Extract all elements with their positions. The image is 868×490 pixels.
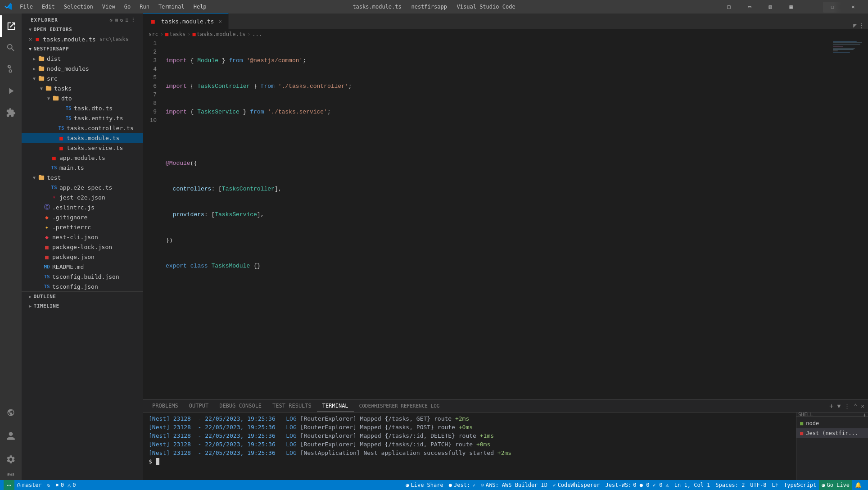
open-editor-item[interactable]: ✕ ■ tasks.module.ts src\tasks	[22, 34, 143, 44]
more-tab-actions-icon[interactable]: ⋮	[859, 22, 864, 29]
refresh-icon[interactable]: ↻	[120, 17, 124, 23]
activity-remote[interactable]	[0, 402, 22, 423]
tree-item-package[interactable]: ▶ ■ package.json	[22, 252, 143, 262]
activity-explorer[interactable]	[0, 15, 22, 37]
terminal-content[interactable]: [Nest] 23128 - 22/05/2023, 19:25:36 LOG …	[143, 413, 796, 467]
code-lines[interactable]: import { Module } from '@nestjs/common';…	[166, 39, 832, 399]
tree-item-nest-cli[interactable]: ▶ ◆ nest-cli.json	[22, 232, 143, 242]
status-jest[interactable]: ● Jest: ✓	[446, 480, 478, 490]
tree-item-node-modules[interactable]: ▶ node_modules	[22, 64, 143, 73]
term-side-item-node[interactable]: ■ node	[796, 418, 868, 428]
status-codewhisperer[interactable]: ✓ CodeWhisperer	[550, 480, 603, 490]
breadcrumb-file[interactable]: ■tasks.module.ts	[193, 31, 246, 37]
tab-tasks-module[interactable]: ■ tasks.module.ts ✕	[143, 13, 229, 29]
open-editors-section[interactable]: ▼ OPEN EDITORS	[22, 25, 143, 34]
window-title: tasks.module.ts - nestfirsapp - Visual S…	[353, 4, 515, 10]
layout-icon[interactable]: □	[719, 0, 739, 14]
ts-icon-task-dto: TS	[65, 104, 72, 112]
status-git-branch[interactable]: ⎙ master	[14, 480, 44, 490]
tree-item-tsconfig[interactable]: ▶ TS tsconfig.json	[22, 281, 143, 291]
tree-item-package-lock[interactable]: ▶ ■ package-lock.json	[22, 242, 143, 252]
tree-item-main[interactable]: ▶ TS main.ts	[22, 163, 143, 172]
add-terminal-icon[interactable]: +	[829, 402, 834, 410]
menu-view[interactable]: View	[99, 3, 119, 11]
status-errors[interactable]: ✖ 0 △ 0	[53, 480, 78, 490]
status-position[interactable]: Ln 1, Col 1	[672, 480, 713, 490]
tree-item-dto[interactable]: ▼ dto	[22, 93, 143, 103]
menu-selection[interactable]: Selection	[60, 3, 97, 11]
tree-item-tasks[interactable]: ▼ tasks	[22, 83, 143, 93]
tab-output[interactable]: OUTPUT	[184, 400, 214, 412]
tab-debug-console[interactable]: DEBUG CONSOLE	[214, 400, 267, 412]
tree-item-tasks-service[interactable]: ▶ ■ tasks.service.ts	[22, 143, 143, 153]
menu-edit[interactable]: Edit	[38, 3, 59, 11]
status-remote[interactable]: ⋯	[4, 480, 14, 490]
breadcrumb-src[interactable]: src	[149, 31, 158, 37]
status-spaces[interactable]: Spaces: 2	[713, 480, 747, 490]
tree-item-tasks-controller[interactable]: ▶ TS tasks.controller.ts	[22, 123, 143, 133]
tab-codewhisperer[interactable]: CODEWHISPERER REFERENCE LOG	[354, 400, 445, 412]
status-bell[interactable]: 🔔	[852, 480, 864, 490]
breadcrumb-ellipsis[interactable]: ...	[252, 31, 262, 37]
menu-file[interactable]: File	[16, 3, 36, 11]
collapse-icon[interactable]: ≡	[125, 17, 129, 23]
close-button[interactable]: ✕	[843, 0, 863, 14]
tree-item-task-dto[interactable]: ▶ TS task.dto.ts	[22, 103, 143, 113]
status-jest-ws[interactable]: Jest-WS: 0 ● 0 ✓ 0 ⚠	[603, 480, 672, 490]
status-language[interactable]: TypeScript	[781, 480, 819, 490]
status-aws[interactable]: ☺ AWS: AWS Builder ID	[478, 480, 550, 490]
terminal-close-icon[interactable]: ✕	[861, 403, 864, 409]
tree-item-tsconfig-build[interactable]: ▶ TS tsconfig.build.json	[22, 272, 143, 281]
status-sync[interactable]: ↻	[45, 480, 53, 490]
menu-run[interactable]: Run	[136, 3, 153, 11]
status-go-live[interactable]: ◕ Go Live	[819, 480, 852, 490]
activity-accounts[interactable]	[0, 425, 22, 447]
activity-source-control[interactable]	[0, 59, 22, 80]
breadcrumb-tasks[interactable]: ■tasks	[165, 31, 185, 37]
tree-item-src[interactable]: ▼ src	[22, 73, 143, 83]
tree-item-eslint[interactable]: ▶ Ⓒ .eslintrc.js	[22, 202, 143, 212]
terminal-maximize-icon[interactable]: ⌃	[854, 403, 857, 409]
panel-icon[interactable]: ▭	[739, 0, 760, 14]
tree-item-tasks-module[interactable]: ▶ ■ tasks.module.ts	[22, 133, 143, 143]
term-side-item-jest[interactable]: ■ Jest (nestfir...	[796, 428, 868, 438]
status-live-share[interactable]: ◕ Live Share	[403, 480, 446, 490]
tab-problems[interactable]: PROBLEMS	[147, 400, 184, 412]
tree-item-e2e[interactable]: ▶ TS app.e2e-spec.ts	[22, 182, 143, 192]
new-file-icon[interactable]: ⎋	[110, 17, 113, 23]
activity-search[interactable]	[0, 37, 22, 59]
status-eol[interactable]: LF	[769, 480, 781, 490]
tab-terminal[interactable]: TERMINAL	[317, 400, 354, 412]
tree-item-gitignore[interactable]: ▶ ◆ .gitignore	[22, 212, 143, 222]
tree-item-app-module[interactable]: ▶ ■ app.module.ts	[22, 153, 143, 163]
close-editor-icon[interactable]: ✕	[29, 36, 32, 42]
customize-layout[interactable]: ▦	[781, 0, 801, 14]
activity-settings[interactable]	[0, 449, 22, 470]
minimize-button[interactable]: —	[801, 0, 822, 14]
outline-section[interactable]: ▶ OUTLINE	[22, 292, 143, 301]
code-editor[interactable]: 1 2 3 4 5 6 7 8 9 10 import { Module } f…	[143, 39, 868, 399]
activity-extensions[interactable]	[0, 102, 22, 123]
terminal-side-add[interactable]: +	[863, 410, 866, 418]
tree-item-task-entity[interactable]: ▶ TS task.entity.ts	[22, 113, 143, 123]
menu-help[interactable]: Help	[190, 3, 210, 11]
sidebar-icon[interactable]: ▧	[760, 0, 781, 14]
more-icon[interactable]: ⋮	[131, 17, 136, 23]
tree-item-test[interactable]: ▼ test	[22, 172, 143, 182]
status-encoding[interactable]: UTF-8	[747, 480, 769, 490]
activity-run-debug[interactable]	[0, 80, 22, 102]
menu-terminal[interactable]: Terminal	[155, 3, 188, 11]
tab-close-button[interactable]: ✕	[217, 18, 224, 25]
tab-test-results[interactable]: TEST RESULTS	[267, 400, 317, 412]
tree-item-prettier[interactable]: ▶ ✦ .prettierrc	[22, 222, 143, 232]
terminal-more-icon[interactable]: ⋮	[844, 403, 850, 409]
project-section[interactable]: ▼ NESTFIRSAPP	[22, 44, 143, 54]
new-folder-icon[interactable]: ▤	[115, 17, 118, 23]
menu-go[interactable]: Go	[121, 3, 134, 11]
tree-item-jest-e2e[interactable]: ▶ ☀ jest-e2e.json	[22, 192, 143, 202]
terminal-split-icon[interactable]: ▼	[837, 403, 841, 409]
tree-item-dist[interactable]: ▶ dist	[22, 54, 143, 64]
timeline-section[interactable]: ▶ TIMELINE	[22, 301, 143, 311]
split-editor-icon[interactable]: ◤	[853, 22, 857, 29]
tree-item-readme[interactable]: ▶ MD README.md	[22, 262, 143, 272]
